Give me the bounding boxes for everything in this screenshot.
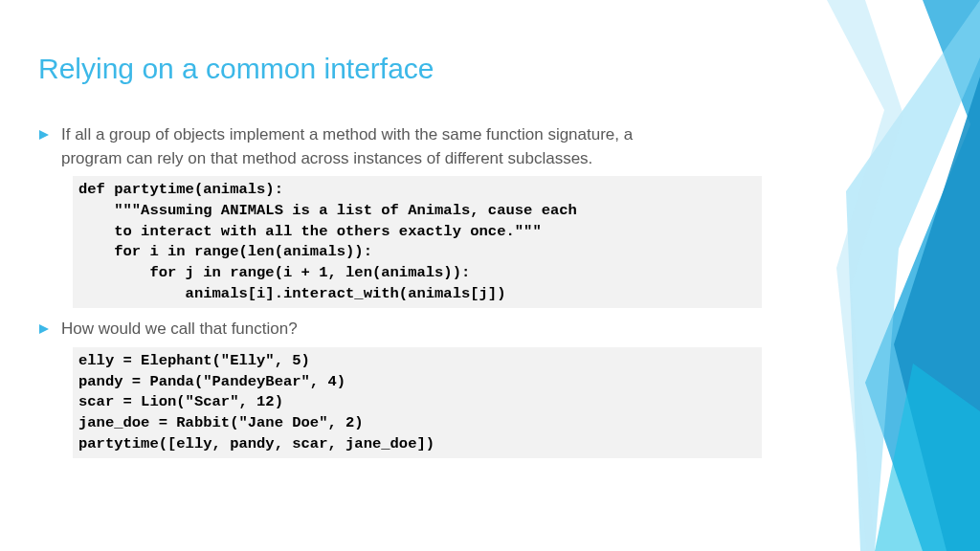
svg-marker-5 xyxy=(39,130,49,140)
bullet-item-2: How would we call that function? xyxy=(38,318,789,342)
triangle-bullet-icon xyxy=(38,129,50,141)
bullet-item-1: If all a group of objects implement a me… xyxy=(38,123,789,170)
slide-title: Relying on a common interface xyxy=(38,53,789,85)
triangle-bullet-icon xyxy=(38,323,50,335)
svg-marker-6 xyxy=(39,324,49,334)
bullet-text-1: If all a group of objects implement a me… xyxy=(61,123,674,170)
slide-content: Relying on a common interface If all a g… xyxy=(0,0,980,506)
code-block-2: elly = Elephant("Elly", 5) pandy = Panda… xyxy=(73,347,762,458)
code-block-1: def partytime(animals): """Assuming ANIM… xyxy=(73,176,762,308)
bullet-text-2: How would we call that function? xyxy=(61,318,298,342)
